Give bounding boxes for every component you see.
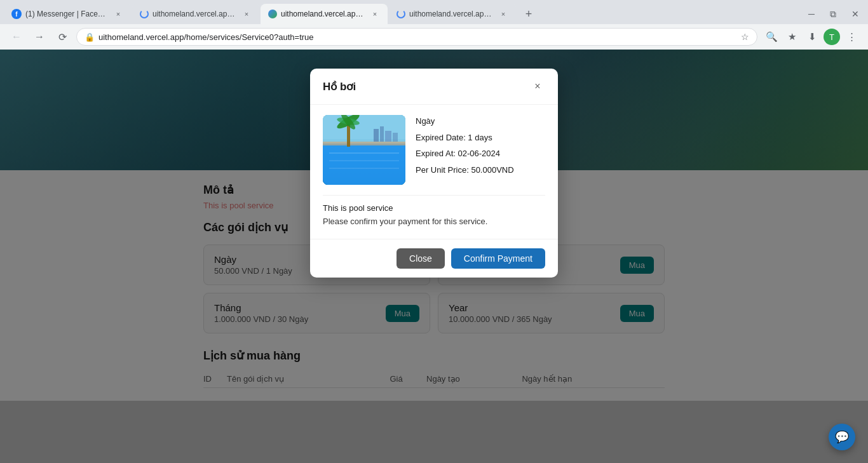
svg-rect-8 xyxy=(380,126,384,142)
tab-label-home2: uithomeland.vercel.app/home/ xyxy=(409,10,494,18)
service-desc-section: This is pool service Please confirm your… xyxy=(323,195,545,226)
chat-icon: 💬 xyxy=(835,430,849,444)
tab-close-home-active[interactable]: × xyxy=(370,9,380,19)
lock-icon: 🔒 xyxy=(85,32,95,42)
minimize-button[interactable]: ─ xyxy=(803,6,820,22)
download-icon[interactable]: ⬇ xyxy=(803,28,821,46)
detail-per-unit-price: Per Unit Price: 50.000VND xyxy=(416,164,545,177)
forward-button[interactable]: → xyxy=(31,28,48,46)
detail-period: Ngày xyxy=(416,115,545,128)
chat-fab-button[interactable]: 💬 xyxy=(829,424,855,450)
tab-close-home2[interactable]: × xyxy=(498,9,508,19)
address-bar-row: ← → ⟳ 🔒 uithomeland.vercel.app/home/serv… xyxy=(0,24,868,50)
tab-label-login: uithomeland.vercel.app/login xyxy=(153,10,238,18)
browser-chrome: f (1) Messenger | Facebook × uithomeland… xyxy=(0,0,868,50)
service-confirm-text: Please confirm your payment for this ser… xyxy=(323,217,545,226)
expired-at-text: Expired At: 02-06-2024 xyxy=(416,149,500,158)
search-icon[interactable]: 🔍 xyxy=(763,28,780,46)
window-controls: ─ ⧉ ✕ xyxy=(803,6,864,22)
detail-expired-date: Expired Date: 1 days xyxy=(416,131,545,144)
url-text: uithomeland.vercel.app/home/services/Ser… xyxy=(98,32,737,42)
tab-messenger[interactable]: f (1) Messenger | Facebook × xyxy=(4,4,131,24)
detail-expired-at: Expired At: 02-06-2024 xyxy=(416,147,545,160)
tab-login[interactable]: uithomeland.vercel.app/login × xyxy=(132,4,259,24)
tab-label-home-active: uithomeland.vercel.app/home/ xyxy=(281,10,366,18)
period-label: Ngày xyxy=(416,116,435,126)
tab-close-login[interactable]: × xyxy=(241,9,252,19)
back-button[interactable]: ← xyxy=(8,28,25,46)
refresh-button[interactable]: ⟳ xyxy=(53,28,71,46)
tab-home2[interactable]: uithomeland.vercel.app/home/ × xyxy=(389,4,516,24)
tab-favicon-home2 xyxy=(397,10,405,18)
restore-button[interactable]: ⧉ xyxy=(825,6,841,22)
service-modal: Hồ bơi × xyxy=(310,69,558,278)
tab-label-messenger: (1) Messenger | Facebook xyxy=(25,10,109,18)
svg-rect-7 xyxy=(374,129,379,142)
new-tab-button[interactable]: + xyxy=(520,5,538,23)
close-window-button[interactable]: ✕ xyxy=(846,6,864,22)
modal-footer: Close Confirm Payment xyxy=(310,239,558,278)
tab-favicon-login xyxy=(140,10,149,18)
modal-header: Hồ bơi × xyxy=(310,69,558,105)
svg-rect-2 xyxy=(323,142,405,145)
svg-rect-1 xyxy=(323,144,405,185)
tab-home-active[interactable]: uithomeland.vercel.app/home/ × xyxy=(261,4,388,24)
bookmark-star-icon[interactable]: ★ xyxy=(783,28,801,46)
service-details: Ngày Expired Date: 1 days Expired At: 02… xyxy=(416,115,545,185)
service-description: This is pool service xyxy=(323,203,545,213)
tab-favicon-home-active xyxy=(268,10,277,18)
address-bar[interactable]: 🔒 uithomeland.vercel.app/home/services/S… xyxy=(76,28,757,46)
bookmark-icon[interactable]: ☆ xyxy=(741,32,749,42)
modal-overlay: Hồ bơi × xyxy=(0,50,868,463)
tab-favicon-messenger: f xyxy=(11,9,22,19)
address-bar-icons: ☆ xyxy=(741,32,749,42)
service-info-row: Ngày Expired Date: 1 days Expired At: 02… xyxy=(323,115,545,185)
tab-close-messenger[interactable]: × xyxy=(113,9,123,19)
confirm-payment-button[interactable]: Confirm Payment xyxy=(451,248,545,269)
toolbar-icons: 🔍 ★ ⬇ T ⋮ xyxy=(763,28,860,46)
per-unit-price-text: Per Unit Price: 50.000VND xyxy=(416,165,514,175)
menu-icon[interactable]: ⋮ xyxy=(843,28,860,46)
modal-title: Hồ bơi xyxy=(323,80,356,93)
expired-date-text: Expired Date: 1 days xyxy=(416,133,492,142)
svg-rect-9 xyxy=(385,131,391,142)
modal-body: Ngày Expired Date: 1 days Expired At: 02… xyxy=(310,105,558,239)
tab-bar: f (1) Messenger | Facebook × uithomeland… xyxy=(0,0,868,24)
pool-scene-svg xyxy=(323,115,405,185)
close-button[interactable]: Close xyxy=(397,248,445,269)
page-content: Mô tả This is pool service Các gói dịch … xyxy=(0,50,868,463)
modal-close-button[interactable]: × xyxy=(530,79,545,94)
svg-rect-10 xyxy=(393,133,398,142)
profile-avatar[interactable]: T xyxy=(824,29,840,45)
service-image xyxy=(323,115,405,185)
